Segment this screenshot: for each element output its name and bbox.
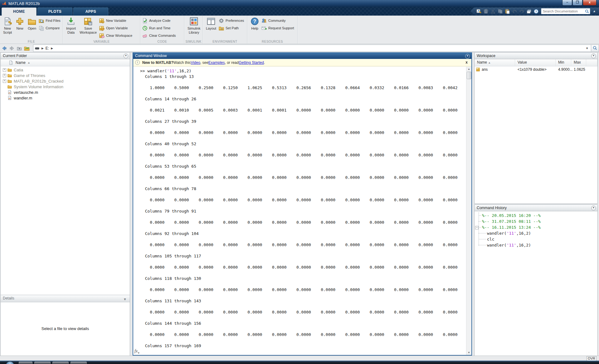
open-variable-button[interactable]: Open Variable — [99, 24, 135, 32]
redo-icon[interactable] — [519, 9, 524, 14]
chevron-down-icon[interactable]: ▼ — [123, 296, 127, 303]
set-path-button[interactable]: Set Path — [219, 24, 244, 32]
clear-commands-icon — [142, 33, 148, 38]
search-documentation-input[interactable] — [542, 9, 585, 13]
list-item-vertausche-m[interactable]: vertausche.m — [1, 89, 130, 95]
community-button[interactable]: Community — [261, 17, 294, 24]
workspace-column-headers[interactable]: Name ▲ Value Min Max — [475, 59, 597, 66]
matlab-window: MATLAB R2012b – ❐ x HOME PLOTS APPS ▲ Ne… — [0, 0, 599, 364]
restore-button[interactable]: ❐ — [572, 0, 582, 6]
simulink-button[interactable]: SimulinkLibrary — [186, 17, 202, 35]
save-workspace-button[interactable]: SaveWorkspace — [78, 17, 98, 35]
breadcrumb[interactable]: ▶ E: ▶ ▼ — [33, 45, 591, 52]
history-command[interactable]: wandler('11',16,2) — [475, 242, 597, 248]
tab-apps[interactable]: APPS — [73, 7, 108, 16]
workspace-row-ans[interactable]: ans<1x1079 double>4.9000...1.0625 — [475, 66, 597, 73]
item-label: Game of Thrones — [14, 73, 45, 78]
run-time-button[interactable]: Run and Time — [142, 24, 179, 32]
windows-icon[interactable] — [526, 9, 532, 14]
taskbar-button[interactable] — [34, 362, 51, 364]
tab-plots[interactable]: PLOTS — [37, 7, 72, 16]
list-item-matlab-r2012b-cracked[interactable]: +MATLAB_R2012b_Cracked — [1, 78, 130, 84]
copy-icon[interactable] — [498, 9, 503, 14]
current-folder-header: Current Folder ▼ — [1, 53, 130, 59]
banner-close-icon[interactable]: x — [465, 60, 468, 65]
import-data-button[interactable]: ImportData — [65, 17, 77, 35]
panel-menu-icon[interactable]: ▼ — [465, 54, 470, 59]
command-window-scrollbar[interactable]: ▲ ▼ — [466, 67, 471, 355]
analyze-code-button[interactable]: Analyze Code — [142, 17, 179, 24]
examples-link[interactable]: Examples — [208, 60, 225, 65]
new-shortcut-icon[interactable] — [476, 9, 481, 14]
browse-folder-icon[interactable] — [24, 46, 30, 51]
save-icon[interactable] — [483, 9, 489, 14]
start-orb-icon[interactable] — [6, 361, 14, 364]
function-hints-button[interactable]: fx▼ — [134, 349, 140, 354]
list-item-wandler-m[interactable]: wandler.m — [1, 95, 130, 101]
video-link[interactable]: Video — [191, 60, 200, 65]
windows-taskbar[interactable] — [0, 361, 599, 364]
minimize-ribbon-icon[interactable]: ▲ — [592, 9, 597, 13]
clear-workspace-button[interactable]: Clear Workspace — [99, 32, 135, 39]
command-history-title: Command History — [477, 206, 507, 210]
forward-icon[interactable] — [9, 46, 15, 51]
request-support-button[interactable]: Request Support — [261, 24, 294, 32]
new-button[interactable]: New — [14, 17, 26, 32]
tab-home[interactable]: HOME — [2, 7, 37, 16]
ribbon-section-label: SIMULINK — [184, 40, 202, 43]
taskbar-button[interactable] — [71, 362, 87, 364]
scroll-up-icon[interactable]: ▲ — [466, 67, 471, 71]
compare-button[interactable]: Compare — [39, 24, 61, 32]
folder-icon — [7, 84, 12, 89]
getting-started-link[interactable]: Getting Started — [239, 60, 264, 65]
help-icon[interactable] — [533, 9, 539, 14]
preferences-button[interactable]: Preferences — [219, 17, 244, 24]
scroll-down-icon[interactable]: ▼ — [466, 350, 471, 355]
search-icon[interactable] — [585, 9, 589, 13]
history-timestamp[interactable]: –%-- 16.11.2015 13:24 --% — [475, 224, 597, 230]
cut-icon[interactable] — [490, 9, 496, 14]
collapse-icon[interactable]: – — [475, 226, 479, 229]
scrollbar-thumb[interactable] — [467, 72, 471, 79]
taskbar-button[interactable] — [19, 362, 32, 364]
layout-button[interactable]: Layout — [204, 17, 218, 32]
command-text: clc — [487, 237, 494, 242]
ribbon-small-column: New VariableOpen VariableClear Workspace — [99, 17, 135, 39]
current-folder-column-header[interactable]: Name ▲ — [1, 59, 130, 66]
history-command[interactable]: wandler('11',16,2) — [475, 230, 597, 236]
new-script-button[interactable]: NewScript — [2, 17, 13, 35]
panel-menu-icon[interactable]: ▼ — [124, 54, 128, 58]
open-button[interactable]: Open — [26, 17, 38, 32]
minimize-button[interactable]: – — [562, 0, 572, 6]
details-title: Details — [3, 296, 14, 300]
expand-icon[interactable]: + — [3, 68, 6, 72]
find-files-button[interactable]: Find Files — [39, 17, 61, 24]
up-folder-icon[interactable] — [16, 46, 22, 51]
list-item-catia[interactable]: +Catia — [1, 67, 130, 73]
panel-menu-icon[interactable]: ▼ — [591, 54, 596, 58]
name-column-header[interactable]: Name — [16, 60, 26, 65]
panel-menu-icon[interactable]: ▼ — [591, 206, 596, 210]
expand-icon[interactable]: + — [3, 79, 6, 83]
history-command[interactable]: clc — [475, 236, 597, 242]
close-button[interactable]: x — [583, 0, 597, 6]
history-timestamp[interactable]: %-- 20.05.2015 16:20 --% — [475, 213, 597, 218]
history-timestamp[interactable]: %-- 31.07.2015 08:11 --% — [475, 218, 597, 224]
list-item-system-volume-information[interactable]: System Volume Information — [1, 84, 130, 89]
undo-icon[interactable] — [512, 9, 517, 14]
list-item-game-of-thrones[interactable]: +Game of Thrones — [1, 73, 130, 78]
breadcrumb-separator[interactable]: ▶ — [51, 47, 53, 50]
expand-icon[interactable]: + — [3, 74, 6, 77]
address-search-button[interactable] — [591, 45, 599, 52]
help-button[interactable]: Help — [249, 17, 261, 32]
clear-commands-button[interactable]: Clear Commands — [142, 32, 179, 39]
breadcrumb-drive[interactable]: E: — [46, 46, 49, 50]
details-header[interactable]: Details ▼ — [1, 295, 130, 302]
command-window-panel: Command Window ▼ i New to MATLAB? Watch … — [133, 52, 472, 356]
new-variable-button[interactable]: New Variable — [99, 17, 135, 24]
back-icon[interactable] — [1, 46, 7, 51]
taskbar-button[interactable] — [52, 362, 69, 364]
paste-icon[interactable] — [505, 9, 510, 14]
breadcrumb-dropdown-icon[interactable]: ▼ — [584, 47, 590, 50]
command-window-output[interactable]: >> wandler('11',16,2) Columns 1 through … — [133, 67, 471, 355]
